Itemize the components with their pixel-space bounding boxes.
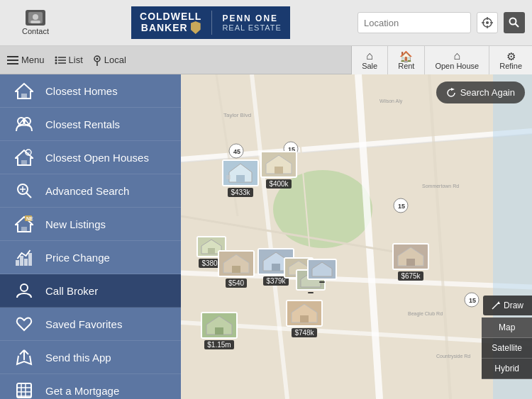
map-pin-2[interactable]: $400k bbox=[260, 151, 297, 189]
mortgage-icon bbox=[13, 382, 35, 399]
draw-label: Draw bbox=[504, 300, 523, 310]
tab-rent[interactable]: 🏠 Rent bbox=[388, 46, 425, 74]
pin-price bbox=[319, 281, 325, 283]
subheader: Menu List Local ⌂ Sale 🏠 Rent ⌂ Open Hou… bbox=[0, 46, 532, 74]
pin-price: $540 bbox=[226, 279, 247, 288]
logo-coldwell: COLDWELL bbox=[140, 11, 201, 21]
advanced-search-label: Advanced Search bbox=[45, 185, 129, 197]
pin-price: $400k bbox=[266, 179, 291, 189]
map-pin-9[interactable]: $675k bbox=[392, 243, 429, 281]
map-view-controls: Map Satellite Hybrid bbox=[482, 317, 532, 379]
pin-thumb bbox=[222, 159, 259, 186]
svg-point-18 bbox=[55, 62, 57, 64]
pin-thumb bbox=[260, 151, 297, 178]
map-label: Map bbox=[499, 322, 515, 332]
refresh-icon bbox=[446, 88, 456, 98]
sidebar-item-closest-homes[interactable]: Closest Homes bbox=[0, 74, 181, 108]
sidebar-item-new-listings[interactable]: NEW New Listings bbox=[0, 208, 181, 241]
call-broker-icon bbox=[13, 282, 35, 299]
svg-point-9 bbox=[510, 18, 516, 25]
svg-point-21 bbox=[96, 57, 98, 60]
svg-rect-92 bbox=[208, 248, 215, 254]
tab-sale[interactable]: ⌂ Sale bbox=[352, 46, 388, 74]
svg-rect-41 bbox=[20, 256, 23, 266]
sidebar: Closest Homes Closest Rentals ✓ Closest … bbox=[0, 74, 181, 399]
logo-penn: PENN ONE bbox=[222, 13, 282, 23]
sidebar-item-price-change[interactable]: Price Change bbox=[0, 241, 181, 274]
advanced-search-icon bbox=[13, 182, 35, 199]
map-pin-8[interactable] bbox=[307, 259, 337, 283]
map-view-satellite[interactable]: Satellite bbox=[482, 338, 532, 359]
refine-icon: ⚙ bbox=[506, 51, 516, 62]
gps-button[interactable] bbox=[477, 12, 498, 33]
price-change-label: Price Change bbox=[45, 252, 110, 264]
rentals-icon bbox=[13, 116, 35, 133]
map-view-hybrid[interactable]: Hybrid bbox=[482, 359, 532, 379]
contact-icon bbox=[26, 10, 45, 26]
search-bar bbox=[358, 12, 525, 33]
menu-label: Menu bbox=[21, 55, 45, 65]
svg-text:45: 45 bbox=[233, 148, 240, 155]
map-pin-4[interactable]: $540 bbox=[218, 250, 255, 288]
pin-price bbox=[308, 292, 314, 293]
sidebar-item-send-this-app[interactable]: Send this App bbox=[0, 341, 181, 374]
menu-controls: Menu List Local bbox=[7, 55, 126, 66]
pin-price: $748k bbox=[292, 328, 316, 337]
svg-point-44 bbox=[21, 284, 28, 291]
svg-text:Wilson Aly: Wilson Aly bbox=[379, 99, 403, 104]
search-button[interactable] bbox=[504, 12, 525, 33]
tab-open-house[interactable]: ⌂ Open House bbox=[425, 46, 489, 74]
tab-refine-label: Refine bbox=[499, 62, 522, 70]
svg-rect-2 bbox=[31, 21, 40, 23]
sidebar-item-call-broker[interactable]: Call Broker bbox=[0, 274, 181, 308]
pin-price: $1.15m bbox=[204, 340, 233, 349]
menu-button[interactable]: Menu bbox=[7, 55, 45, 65]
tab-refine[interactable]: ⚙ Refine bbox=[489, 46, 532, 74]
location-input[interactable] bbox=[358, 12, 471, 33]
closest-open-houses-label: Closest Open Houses bbox=[45, 152, 149, 164]
send-app-label: Send this App bbox=[45, 352, 111, 364]
open-house-icon: ⌂ bbox=[453, 50, 460, 62]
sidebar-item-get-mortgage[interactable]: Get a Mortgage bbox=[0, 374, 181, 399]
sidebar-item-closest-rentals[interactable]: Closest Rentals bbox=[0, 108, 181, 141]
sale-icon: ⌂ bbox=[366, 50, 373, 62]
svg-rect-85 bbox=[236, 175, 245, 182]
list-button[interactable]: List bbox=[55, 55, 83, 65]
svg-rect-24 bbox=[21, 94, 27, 99]
map-area[interactable]: 15 15 15 45 Taylor Blvd Wilson Aly Somme… bbox=[181, 74, 532, 399]
logo-banker: BANKER bbox=[141, 23, 188, 33]
svg-marker-116 bbox=[497, 301, 500, 304]
logo-shield-icon bbox=[191, 21, 201, 34]
map-pin-1[interactable]: $433k bbox=[222, 159, 259, 197]
draw-button[interactable]: Draw bbox=[483, 296, 532, 315]
svg-rect-110 bbox=[300, 315, 309, 322]
map-pin-11[interactable]: $1.15m bbox=[201, 312, 238, 349]
svg-rect-107 bbox=[406, 259, 415, 266]
local-label: Local bbox=[104, 55, 126, 65]
sidebar-item-saved-favorites[interactable]: Saved Favorites bbox=[0, 308, 181, 341]
tab-sale-label: Sale bbox=[362, 62, 377, 70]
svg-text:Countryside Rd: Countryside Rd bbox=[436, 354, 470, 359]
home-icon bbox=[13, 82, 35, 99]
contact-label[interactable]: Contact bbox=[22, 27, 49, 35]
svg-text:15: 15 bbox=[469, 297, 476, 304]
send-app-icon bbox=[13, 349, 35, 366]
call-broker-label: Call Broker bbox=[45, 285, 98, 297]
logo-box: COLDWELL BANKER PENN ONE REAL ESTATE bbox=[131, 6, 290, 39]
new-listings-label: New Listings bbox=[45, 218, 106, 230]
map-view-map[interactable]: Map bbox=[482, 317, 532, 338]
sidebar-item-closest-open-houses[interactable]: ✓ Closest Open Houses bbox=[0, 141, 181, 174]
search-again-button[interactable]: Search Again bbox=[436, 82, 525, 103]
svg-rect-45 bbox=[17, 383, 31, 398]
svg-point-1 bbox=[33, 14, 38, 20]
contact-area: Contact bbox=[7, 10, 64, 35]
sidebar-item-advanced-search[interactable]: Advanced Search bbox=[0, 174, 181, 208]
svg-rect-86 bbox=[226, 175, 231, 179]
svg-point-4 bbox=[486, 21, 489, 24]
svg-text:NEW: NEW bbox=[26, 216, 33, 221]
local-button[interactable]: Local bbox=[93, 55, 126, 66]
draw-icon bbox=[492, 301, 500, 310]
map-pin-10[interactable]: $748k bbox=[286, 300, 323, 337]
closest-rentals-label: Closest Rentals bbox=[45, 118, 120, 130]
satellite-label: Satellite bbox=[492, 343, 522, 353]
